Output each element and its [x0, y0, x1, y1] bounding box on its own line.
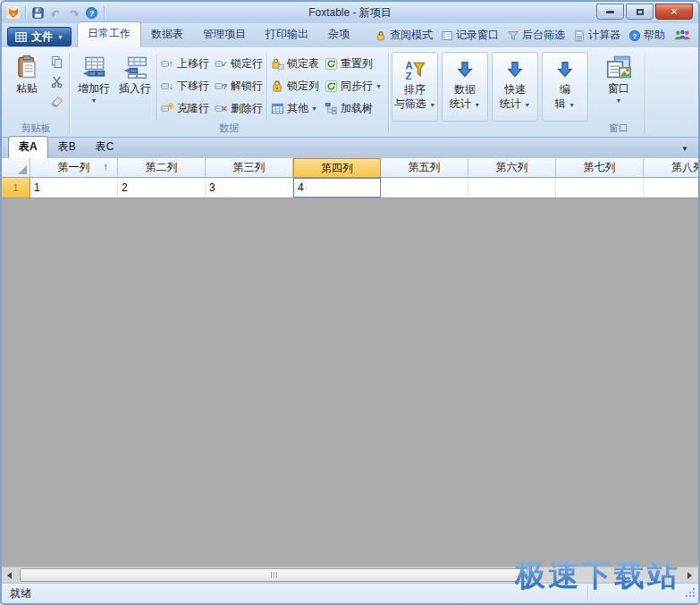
clone-row-button[interactable]: ✱ 克隆行 — [158, 97, 212, 120]
calculator-button[interactable]: 计算器 — [569, 28, 624, 43]
grid-icon — [15, 31, 27, 43]
select-all-corner[interactable] — [2, 158, 30, 178]
column-header-4-selected[interactable]: 第四列 — [293, 158, 381, 178]
tab-manage-project[interactable]: 管理项目 — [193, 23, 256, 47]
chevron-down-icon: ▼ — [524, 102, 530, 108]
lock-row-button[interactable]: ✓ 锁定行 — [212, 53, 266, 75]
sheet-tab-b[interactable]: 表B — [48, 137, 86, 158]
sort-filter-button[interactable]: AZ 排序 与筛选 ▼ — [392, 52, 438, 122]
copy-button[interactable] — [47, 54, 65, 71]
data-statistics-button[interactable]: 数据 统计 ▼ — [442, 52, 488, 122]
button-label-line2: 统计 ▼ — [450, 97, 480, 113]
tab-label: 管理项目 — [203, 28, 246, 40]
minimize-button[interactable] — [596, 4, 624, 20]
sheet-list-dropdown[interactable]: ▼ — [681, 145, 688, 153]
sheet-tab-a[interactable]: 表A — [8, 136, 48, 158]
insert-row-button[interactable]: 插入行 — [114, 50, 156, 123]
button-label-line2: 辑 ▼ — [555, 97, 575, 113]
button-label: 解锁行 — [231, 79, 263, 94]
tab-datatable[interactable]: 数据表 — [141, 23, 193, 47]
tab-print-output[interactable]: 打印输出 — [256, 23, 318, 47]
scroll-left-button[interactable] — [2, 568, 17, 583]
other-button[interactable]: 其他 ▼ — [268, 97, 322, 120]
column-header-7[interactable]: 第七列 — [556, 158, 644, 178]
scrollbar-thumb[interactable] — [20, 568, 527, 582]
column-header-6[interactable]: 第六列 — [468, 158, 556, 178]
window-button[interactable]: 窗口 ▼ — [596, 50, 641, 123]
community-button[interactable] — [670, 29, 695, 42]
maximize-button[interactable] — [626, 4, 654, 20]
close-button[interactable]: ✕ — [655, 4, 693, 20]
scroll-right-button[interactable] — [682, 568, 697, 583]
group-label-clipboard: 剪贴板 — [4, 122, 68, 135]
row-header[interactable]: 1 — [2, 178, 30, 197]
file-menu-label: 文件 — [31, 29, 53, 45]
record-window-button[interactable]: 记录窗口 — [437, 28, 502, 43]
paste-button[interactable]: 粘贴 — [6, 50, 47, 123]
cut-button[interactable] — [47, 73, 65, 90]
column-header-2[interactable]: 第二列 — [118, 158, 206, 178]
button-label: 同步行 — [341, 79, 373, 94]
redo-icon[interactable] — [66, 5, 81, 21]
row-lock-icon: ✓ — [215, 57, 228, 71]
toolbar-separator — [25, 6, 26, 19]
add-row-button[interactable]: 增加行 ▼ — [73, 50, 114, 123]
cell-r1c7[interactable] — [556, 178, 644, 197]
lock-table-icon — [271, 57, 284, 71]
column-header-3[interactable]: 第三列 — [206, 158, 293, 178]
thumb-grip — [274, 572, 274, 578]
quick-statistics-button[interactable]: 快速 统计 ▼ — [492, 52, 538, 122]
cell-r1c8[interactable] — [644, 178, 700, 197]
help-button[interactable]: ? 帮助 — [625, 28, 669, 43]
thumb-grip — [276, 572, 277, 578]
chevron-down-icon: ▼ — [615, 97, 621, 104]
tab-daily-work[interactable]: 日常工作 — [77, 21, 141, 47]
sheet-tab-label: 表C — [96, 140, 114, 153]
cell-r1c6[interactable] — [468, 178, 556, 197]
view-mode-button[interactable]: 查阅模式 — [371, 28, 436, 43]
horizontal-scrollbar[interactable] — [2, 567, 698, 583]
file-menu-button[interactable]: 文件 ▼ — [7, 27, 72, 46]
delete-row-button[interactable]: ✕ 删除行 — [212, 97, 266, 120]
cell-r1c1[interactable]: 1 — [30, 178, 118, 197]
sheet-tab-c[interactable]: 表C — [86, 137, 124, 158]
add-row-label: 增加行 — [78, 81, 110, 97]
sync-icon — [325, 80, 338, 93]
group-separator — [156, 54, 157, 120]
cell-r1c3[interactable]: 3 — [206, 178, 293, 197]
undo-icon[interactable] — [48, 5, 63, 21]
sync-rows-button[interactable]: 同步行 ▼ — [322, 75, 384, 97]
ribbon-group-data: 增加行 ▼ 插入行 ↑ 上移行 ↓ 下移行 ✱ — [71, 49, 387, 137]
cell-r1c4-editing[interactable]: 4 — [293, 178, 381, 197]
svg-text:✓: ✓ — [221, 60, 228, 69]
eraser-button[interactable] — [47, 93, 65, 110]
edit-button[interactable]: 编 辑 ▼ — [542, 52, 588, 122]
resize-grip[interactable] — [685, 587, 696, 601]
background-filter-button[interactable]: 后台筛选 — [503, 28, 569, 43]
save-icon[interactable] — [30, 5, 46, 21]
sort-ascending-icon: ↑ — [104, 161, 109, 172]
tab-label: 杂项 — [328, 28, 350, 40]
load-tree-button[interactable]: 加载树 — [322, 97, 384, 120]
maximize-icon — [637, 9, 644, 15]
help-icon[interactable]: ? — [84, 5, 99, 21]
foxtable-app-icon[interactable] — [5, 5, 21, 21]
button-label: 锁定行 — [231, 56, 263, 71]
row-number: 1 — [13, 182, 18, 193]
lock-table-button[interactable]: 锁定表 — [268, 53, 322, 75]
cell-r1c5[interactable] — [381, 178, 468, 197]
move-row-up-button[interactable]: ↑ 上移行 — [158, 53, 212, 75]
column-header-8[interactable]: 第八列 — [644, 158, 700, 178]
column-header-5[interactable]: 第五列 — [381, 158, 468, 178]
unlock-row-button[interactable]: ? 解锁行 — [212, 75, 266, 97]
reset-columns-button[interactable]: 重置列 — [322, 53, 384, 75]
tab-misc[interactable]: 杂项 — [318, 23, 359, 47]
tool-label: 后台筛选 — [522, 28, 565, 43]
move-row-down-button[interactable]: ↓ 下移行 — [158, 75, 212, 97]
lock-column-button[interactable]: 锁定列 — [268, 75, 322, 97]
column-header-label: 第四列 — [321, 161, 353, 176]
button-label: 加载树 — [341, 101, 373, 116]
column-header-1[interactable]: 第一列 ↑ — [30, 158, 118, 178]
row-delete-icon: ✕ — [215, 102, 228, 115]
cell-r1c2[interactable]: 2 — [118, 178, 206, 197]
